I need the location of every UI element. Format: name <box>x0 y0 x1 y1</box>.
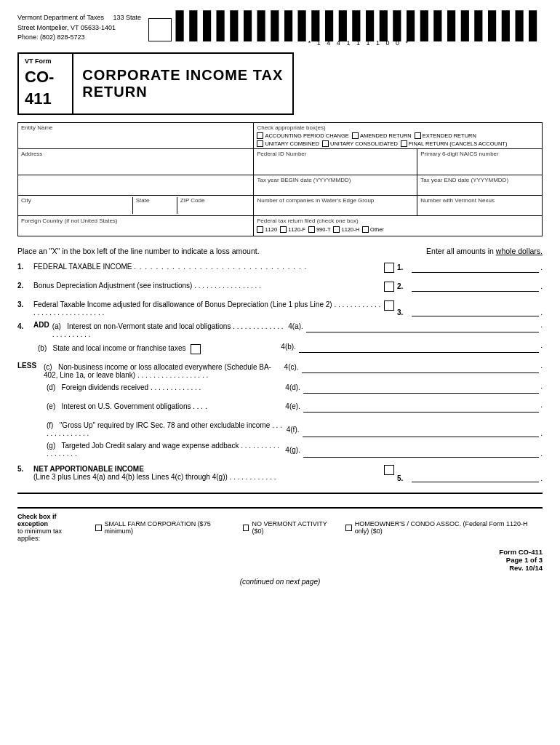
tax-end-cell: Tax year END date (YYYYMMDD) <box>417 175 543 196</box>
line-4e-amount <box>303 401 539 413</box>
tax-end-label: Tax year END date (YYYYMMDD) <box>420 177 539 183</box>
accounting-period-checkbox[interactable]: ACCOUNTING PERIOD CHANGE <box>257 132 348 139</box>
line-4g-row: (g) Targeted Job Credit salary and wage … <box>17 440 543 458</box>
line-4-number: 4. <box>17 321 33 330</box>
fed-tax-return-cell: Federal tax return filed (check one box)… <box>254 216 543 236</box>
exception-label: Check box if exceptionto minimum tax app… <box>17 513 84 542</box>
entity-name-label: Entity Name <box>21 124 250 131</box>
barcode-lines: ▌▌▌▌▌▌▌▌▌▌▌▌▌▌▌▌▌▌▌▌▌▌▌▌▌▌▌ * 1 4 4 1 1 … <box>176 13 543 47</box>
check-1120f[interactable]: 1120-F <box>280 226 305 233</box>
line-5-number: 5. <box>17 463 33 473</box>
line-3-row: 3. Federal Taxable Income adjusted for d… <box>17 299 543 316</box>
extended-return-cb-box <box>415 132 421 139</box>
address-value <box>21 157 250 167</box>
line-4b-desc: (b) State and local income or franchise … <box>38 341 281 354</box>
line-1-desc: FEDERAL TAXABLE INCOME . . . . . . . . .… <box>33 261 384 271</box>
instructions-right: Enter all amounts in whole dollars. <box>426 247 543 255</box>
entity-name-cell: Entity Name <box>18 123 254 149</box>
address-cell: Address <box>18 149 254 175</box>
naics-label: Primary 6-digit NAICS number <box>420 151 539 157</box>
line-5-desc: NET APPORTIONABLE INCOME (Line 3 plus Li… <box>33 463 384 481</box>
line-5-loss-checkbox[interactable] <box>384 465 394 475</box>
add-label: ADD <box>33 321 49 329</box>
companies-cell: Number of companies in Water's Edge Grou… <box>254 196 417 216</box>
federal-id-value <box>257 157 414 167</box>
naics-cell: Primary 6-digit NAICS number <box>417 149 543 175</box>
line-4d-desc: (d) Foreign dividends received . . . . .… <box>47 382 285 391</box>
line-4d-ref: 4(d). <box>285 382 300 391</box>
check-990t[interactable]: 990-T <box>308 226 331 233</box>
line-4g-ref: 4(g). <box>285 440 300 454</box>
line-2-loss-checkbox[interactable] <box>384 282 394 292</box>
line-1-row: 1. FEDERAL TAXABLE INCOME . . . . . . . … <box>17 261 543 277</box>
line-4d-row: (d) Foreign dividends received . . . . .… <box>17 382 543 398</box>
line-4e-row: (e) Interest on U.S. Government obligati… <box>17 401 543 417</box>
vt-form-label: VT Form CO-411 <box>19 54 73 113</box>
page-footer: Form CO-411 Page 1 of 3 Rev. 10/14 <box>17 548 543 572</box>
final-return-checkbox[interactable]: FINAL RETURN (CANCELS ACCOUNT) <box>401 140 508 147</box>
address-row2-cell <box>18 175 254 196</box>
line-3-number: 3. <box>17 299 33 308</box>
line-3-loss-checkbox[interactable] <box>384 300 394 311</box>
tax-begin-label: Tax year BEGIN date (YYYYMMDD) <box>257 177 414 183</box>
line-4a-ref: 4(a). <box>288 321 303 330</box>
no-vermont-checkbox[interactable]: NO VERMONT ACTIVITY ($0) <box>243 520 334 535</box>
line-3-amount: 3. . <box>397 299 543 316</box>
line-4f-amount <box>303 426 540 437</box>
barcode-area: ▌▌▌▌▌▌▌▌▌▌▌▌▌▌▌▌▌▌▌▌▌▌▌▌▌▌▌ * 1 4 4 1 1 … <box>148 13 543 47</box>
foreign-country-label: Foreign Country (if not United States) <box>21 218 250 224</box>
line-4c-row: LESS (c) Non-business income or loss all… <box>17 362 543 379</box>
info-table: Entity Name Check appropriate box(es) AC… <box>17 122 543 236</box>
line-4c-ref: 4(c). <box>284 362 299 371</box>
dept-info: Vermont Department of Taxes 133 State St… <box>17 13 148 43</box>
continued-notice: (continued on next page) <box>17 578 543 586</box>
line-3-desc: Federal Taxable Income adjusted for disa… <box>33 299 384 316</box>
check-1120h[interactable]: 1120-H <box>333 226 359 233</box>
extended-return-checkbox[interactable]: EXTENDED RETURN <box>415 132 476 139</box>
line-1-amount: 1. . <box>397 261 543 273</box>
nexus-cell: Number with Vermont Nexus <box>417 196 543 216</box>
line-1-number: 1. <box>17 261 33 271</box>
line-4c-desc: (c) Non-business income or loss allocate… <box>44 362 284 379</box>
line-4b-loss-checkbox[interactable] <box>191 344 201 354</box>
form-name: Form CO-411 Page 1 of 3 Rev. 10/14 <box>499 548 543 572</box>
less-label: LESS <box>17 362 44 370</box>
line-1-loss-checkbox[interactable] <box>384 263 394 273</box>
check-other[interactable]: Other <box>362 226 384 233</box>
instructions-line: Place an "X" in the box left of the line… <box>17 247 543 255</box>
amended-return-cb-box <box>352 132 359 139</box>
line-5-title: NET APPORTIONABLE INCOME <box>33 465 144 473</box>
unitary-combined-checkbox[interactable]: UNITARY COMBINED <box>257 140 319 147</box>
line-4e-ref: 4(e). <box>285 401 300 410</box>
line-2-row: 2. Bonus Depreciation Adjustment (see in… <box>17 280 543 296</box>
line-4g-desc: (g) Targeted Job Credit salary and wage … <box>47 440 285 458</box>
fed-tax-label: Federal tax return filed (check one box) <box>257 218 539 224</box>
city-state-zip-cell: City State ZIP Code <box>18 196 254 216</box>
tax-begin-value <box>257 183 414 194</box>
federal-id-cell: Federal ID Number <box>254 149 417 175</box>
entity-name-value <box>21 131 250 141</box>
check-1120[interactable]: 1120 <box>257 226 277 233</box>
companies-label: Number of companies in Water's Edge Grou… <box>257 197 414 204</box>
check-appropriate-label: Check appropriate box(es) <box>257 124 539 131</box>
instructions-left: Place an "X" in the box left of the line… <box>17 247 260 255</box>
line-4f-desc: (f) "Gross Up" required by IRC Sec. 78 a… <box>47 420 287 437</box>
accounting-period-cb-box <box>257 132 263 139</box>
unitary-consolidated-checkbox[interactable]: UNITARY CONSOLIDATED <box>322 140 398 147</box>
foreign-country-cell: Foreign Country (if not United States) <box>18 216 254 236</box>
amended-return-checkbox[interactable]: AMENDED RETURN <box>352 132 412 139</box>
line-4a-amount <box>306 321 540 332</box>
tax-begin-cell: Tax year BEGIN date (YYYYMMDD) <box>254 175 417 196</box>
state-label: State <box>136 197 174 204</box>
line-4f-row: (f) "Gross Up" required by IRC Sec. 78 a… <box>17 420 543 437</box>
line-5-subtitle: (Line 3 plus Lines 4(a) and 4(b) less Li… <box>33 473 228 481</box>
zip-label: ZIP Code <box>180 197 251 204</box>
line-4b-row: (b) State and local income or franchise … <box>17 341 543 357</box>
barcode-box <box>148 18 172 41</box>
homeowner-checkbox[interactable]: HOMEOWNER'S / CONDO ASSOC. (Federal Form… <box>345 520 543 535</box>
federal-id-label: Federal ID Number <box>257 151 414 157</box>
small-farm-checkbox[interactable]: SMALL FARM CORPORATION ($75 minimum) <box>95 520 231 535</box>
footer-bar: Check box if exceptionto minimum tax app… <box>17 507 543 542</box>
line-2-number: 2. <box>17 280 33 290</box>
phone-number: Phone: (802) 828-5723 <box>17 33 148 43</box>
